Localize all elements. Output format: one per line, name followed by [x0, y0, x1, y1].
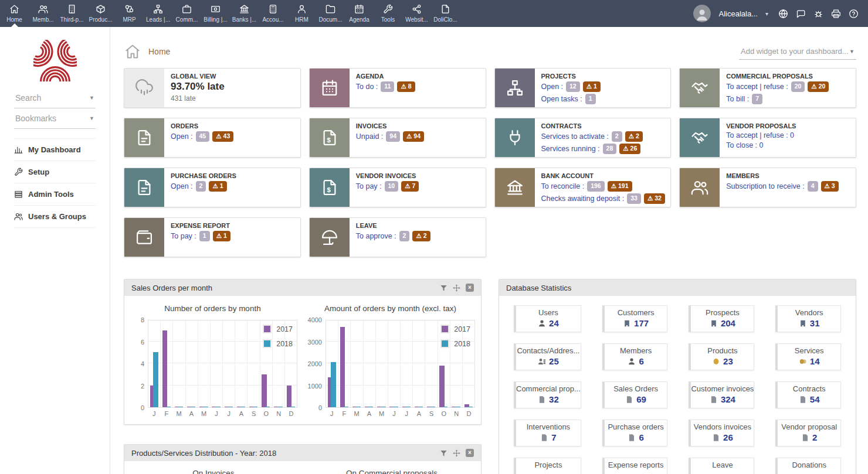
count-badge[interactable]: 10 — [385, 181, 399, 192]
close-icon[interactable]: × — [466, 284, 474, 292]
search-select[interactable]: Search ▼ — [14, 88, 96, 108]
widget-stat-line[interactable]: Subscription to receive :4⚠ 3 — [726, 181, 849, 192]
top-menu-leads[interactable]: Leads |... — [144, 0, 172, 27]
top-menu-home[interactable]: Home — [0, 0, 29, 27]
top-menu-hrm[interactable]: HRM — [287, 0, 316, 27]
top-menu-memb[interactable]: Memb... — [29, 0, 57, 27]
stat-card-leave[interactable]: Leave — [689, 458, 754, 474]
stat-card-purchase-orders[interactable]: Purchase orders6 — [602, 420, 668, 446]
stat-card-customers[interactable]: Customers177 — [602, 305, 668, 332]
bookmarks-select[interactable]: Bookmarks ▼ — [14, 108, 96, 129]
stat-card-vendors[interactable]: Vendors31 — [775, 305, 841, 332]
late-badge[interactable]: ⚠ 94 — [403, 131, 424, 142]
count-badge[interactable]: 2 — [399, 231, 410, 241]
widget-stat-line[interactable]: To approve :2⚠ 2 — [356, 231, 479, 241]
stat-card-products[interactable]: Products23 — [689, 343, 754, 370]
widget-stat-line[interactable]: To bill :7 — [726, 94, 849, 104]
count-badge[interactable]: 28 — [603, 144, 617, 154]
stat-card-users[interactable]: Users24 — [514, 305, 581, 332]
late-badge[interactable]: ⚠ 3 — [821, 181, 839, 192]
stat-card-donations[interactable]: Donations — [775, 458, 841, 474]
widget-commercial-proposals[interactable]: COMMERCIAL PROPOSALSTo accept | refuse :… — [679, 68, 856, 108]
top-menu-comm[interactable]: Comm... — [172, 0, 201, 27]
close-icon[interactable]: × — [466, 449, 474, 457]
stat-card-sales-orders[interactable]: Sales Orders69 — [602, 381, 668, 408]
count-badge[interactable]: 45 — [196, 131, 210, 142]
widget-stat-line[interactable]: Open :12⚠ 1 — [541, 81, 664, 92]
widget-stat-line[interactable]: To pay :10⚠ 7 — [356, 181, 479, 192]
user-name[interactable]: Alicealala... — [718, 9, 757, 18]
home-icon[interactable] — [124, 43, 141, 60]
stat-card-contacts-addres[interactable]: Contacts/Addres...25 — [514, 343, 581, 370]
filter-icon[interactable] — [440, 449, 447, 457]
breadcrumb-label[interactable]: Home — [148, 47, 170, 56]
sidebar-item-users-groups[interactable]: Users & Groups — [14, 206, 96, 228]
move-icon[interactable] — [453, 449, 460, 457]
stat-card-services[interactable]: Services14 — [775, 343, 841, 370]
widget-orders[interactable]: ORDERSOpen :45⚠ 43 — [124, 118, 301, 158]
count-badge[interactable]: 12 — [566, 81, 580, 92]
chevron-down-icon[interactable]: ▾ — [765, 11, 768, 17]
count-badge[interactable]: 7 — [752, 94, 762, 104]
widget-expense-report[interactable]: EXPENSE REPORTTo pay :1⚠ 1 — [124, 217, 301, 257]
stat-card-interventions[interactable]: Interventions7 — [514, 420, 581, 446]
widget-stat-line[interactable]: Open :2⚠ 1 — [171, 181, 294, 192]
late-badge[interactable]: ⚠ 32 — [644, 193, 665, 204]
top-menu-billing[interactable]: Billing |... — [201, 0, 230, 27]
widget-vendor-proposals[interactable]: VENDOR PROPOSALSTo accept | refuse : 0To… — [679, 118, 856, 158]
late-badge[interactable]: ⚠ 2 — [625, 131, 643, 142]
count-badge[interactable]: 1 — [199, 231, 210, 241]
widget-stat-line[interactable]: Checks awaiting deposit :33⚠ 32 — [541, 193, 664, 204]
widget-members[interactable]: MEMBERSSubscription to receive :4⚠ 3 — [679, 168, 856, 207]
count-badge[interactable]: 1 — [585, 94, 596, 104]
widget-purchase-orders[interactable]: PURCHASE ORDERSOpen :2⚠ 1 — [124, 168, 301, 207]
sidebar-item-admin-tools[interactable]: Admin Tools — [14, 183, 96, 206]
bug-icon[interactable] — [813, 9, 823, 19]
stat-card-vendor-proposal[interactable]: Vendor proposal2 — [775, 420, 841, 446]
widget-bank-account[interactable]: BANK ACCOUNTTo reconcile :196⚠ 191Checks… — [494, 168, 672, 207]
stat-card-prospects[interactable]: Prospects204 — [689, 305, 754, 332]
top-menu-doliclo[interactable]: DoliClo... — [431, 0, 460, 27]
late-badge[interactable]: ⚠ 1 — [213, 231, 230, 241]
help-icon[interactable] — [849, 9, 859, 19]
widget-stat-line[interactable]: To do :11⚠ 8 — [356, 81, 479, 92]
count-badge[interactable]: 2 — [612, 131, 622, 142]
widget-vendor-invoices[interactable]: $VENDOR INVOICESTo pay :10⚠ 7 — [309, 168, 486, 207]
widget-stat-line[interactable]: Services running :28⚠ 26 — [541, 144, 664, 154]
stat-card-contracts[interactable]: Contracts54 — [775, 381, 841, 408]
top-menu-third-p[interactable]: Third-p... — [57, 0, 86, 27]
widget-invoices[interactable]: $INVOICESUnpaid :94⚠ 94 — [309, 118, 486, 158]
late-badge[interactable]: ⚠ 1 — [583, 81, 601, 92]
count-badge[interactable]: 11 — [381, 81, 394, 92]
widget-stat-line[interactable]: To accept | refuse :20⚠ 20 — [726, 81, 849, 92]
widget-stat-line[interactable]: To accept | refuse : 0 — [726, 131, 849, 139]
widget-stat-line[interactable]: Unpaid :94⚠ 94 — [356, 131, 479, 142]
widget-stat-line[interactable]: To reconcile :196⚠ 191 — [541, 181, 664, 192]
move-icon[interactable] — [453, 284, 460, 292]
stat-card-members[interactable]: Members6 — [602, 343, 668, 370]
top-menu-accou[interactable]: Accou... — [259, 0, 287, 27]
late-badge[interactable]: ⚠ 7 — [401, 181, 419, 192]
stat-card-customer-invoices[interactable]: Customer invoices324 — [689, 381, 754, 408]
stat-card-vendors-invoices[interactable]: Vendors invoices26 — [689, 420, 754, 446]
printer-icon[interactable] — [831, 9, 841, 19]
count-badge[interactable]: 33 — [627, 193, 641, 204]
stat-card-expense-reports[interactable]: Expense reports — [602, 458, 668, 474]
late-badge[interactable]: ⚠ 191 — [608, 181, 632, 192]
late-badge[interactable]: ⚠ 1 — [209, 181, 226, 192]
widget-projects[interactable]: PROJECTSOpen :12⚠ 1Open tasks :1 — [494, 68, 672, 108]
count-badge[interactable]: 2 — [196, 181, 206, 192]
chat-icon[interactable] — [796, 9, 806, 19]
widget-stat-line[interactable]: Services to activate :2⚠ 2 — [541, 131, 664, 142]
filter-icon[interactable] — [440, 284, 447, 292]
top-menu-agenda[interactable]: Agenda — [345, 0, 374, 27]
stat-card-commercial-prop[interactable]: Commercial prop...32 — [514, 381, 581, 408]
widget-contracts[interactable]: CONTRACTSServices to activate :2⚠ 2Servi… — [494, 118, 672, 158]
widget-stat-line[interactable]: To pay :1⚠ 1 — [171, 231, 294, 241]
top-menu-produc[interactable]: Produc... — [86, 0, 115, 27]
top-menu-tools[interactable]: Tools — [374, 0, 402, 27]
top-menu-mrp[interactable]: MRP — [115, 0, 144, 27]
late-badge[interactable]: ⚠ 8 — [397, 81, 415, 92]
sidebar-item-my-dashboard[interactable]: My Dashboard — [14, 138, 96, 161]
widget-global-view[interactable]: GLOBAL VIEW93.70% late431 late — [124, 68, 301, 108]
